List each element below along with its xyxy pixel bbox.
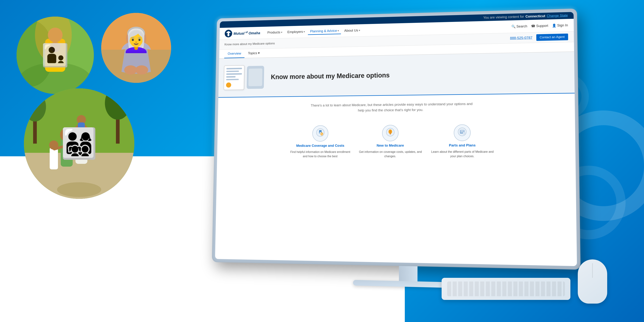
svg-rect-29: [50, 147, 58, 169]
hero-title: Know more about my Medicare options: [271, 71, 390, 81]
svg-rect-4: [45, 39, 65, 72]
mouse: [578, 259, 607, 303]
svg-point-18: [57, 182, 101, 197]
card-medicare-coverage: Rx Medicare Coverage and Costs Find help…: [288, 125, 352, 158]
nav-products[interactable]: Products ▾: [265, 29, 284, 36]
search-button[interactable]: 🔍 Search: [511, 24, 527, 29]
description-text: There's a lot to learn about Medicare, b…: [310, 101, 474, 114]
employers-chevron-icon: ▾: [304, 30, 305, 33]
svg-rect-27: [61, 138, 73, 167]
svg-point-14: [135, 65, 148, 75]
brand-name: Mutual of Omaha: [234, 31, 260, 36]
tab-overview[interactable]: Overview: [224, 49, 245, 58]
svg-rect-44: [390, 133, 391, 135]
parts-plans-icon: +: [458, 127, 467, 136]
hero-section: Know more about my Medicare options: [218, 52, 575, 98]
photo-circle-happy-family: [24, 88, 134, 199]
photo-circle-family-raincoat: [16, 17, 94, 94]
topics-chevron-icon: ▾: [258, 51, 260, 55]
svg-point-11: [126, 29, 146, 49]
svg-point-20: [24, 92, 46, 122]
cards-section: Rx Medicare Coverage and Costs Find help…: [217, 118, 576, 166]
photo-circle-3-image: [24, 88, 134, 199]
svg-point-13: [124, 65, 137, 75]
card-1-icon-wrapper: Rx: [312, 125, 328, 141]
svg-line-32: [81, 143, 90, 145]
svg-point-5: [48, 28, 62, 42]
card-1-desc: Find helpful information on Medicare enr…: [288, 150, 352, 158]
secondary-nav-right: 888-525-0787 Contact an Agent: [510, 34, 568, 42]
card-1-title[interactable]: Medicare Coverage and Costs: [296, 144, 344, 148]
nav-about-us[interactable]: About Us ▾: [342, 27, 362, 34]
svg-rect-37: [320, 132, 321, 133]
svg-point-28: [60, 128, 73, 141]
svg-text:+: +: [464, 133, 464, 134]
keyboard: [442, 278, 570, 300]
about-chevron-icon: ▾: [359, 29, 360, 32]
card-2-desc: Get information on coverage costs, updat…: [358, 150, 423, 159]
contact-agent-button[interactable]: Contact an Agent: [536, 34, 568, 41]
card-3-icon: +: [458, 127, 467, 138]
monitor-body: You are viewing content for Connecticut …: [212, 9, 580, 269]
hero-icon-group: [224, 65, 264, 90]
svg-rect-48: [460, 131, 464, 132]
svg-rect-6: [49, 50, 62, 72]
svg-rect-49: [460, 132, 463, 133]
planning-chevron-icon: ▾: [338, 29, 339, 32]
card-3-icon-wrapper: +: [454, 124, 471, 141]
card-parts-plans: + Parts and Plans Learn about the differ…: [429, 124, 496, 158]
card-1-icon: Rx: [316, 128, 325, 139]
monitor-stand-neck: [399, 266, 418, 281]
card-new-to-medicare: New to Medicare Get information on cover…: [358, 125, 423, 159]
svg-point-12: [127, 27, 145, 40]
search-icon: 🔍: [511, 25, 516, 29]
description-section: There's a lot to learn about Medicare, b…: [218, 93, 575, 121]
card-2-icon: [386, 128, 395, 138]
logo-eagle-icon: [225, 30, 232, 37]
breadcrumb: Know more about my Medicare options: [224, 42, 275, 46]
card-3-desc: Learn about the different parts of Medic…: [429, 150, 496, 159]
svg-rect-43: [390, 130, 391, 133]
sign-in-button[interactable]: 👤 Sign In: [552, 23, 568, 28]
svg-rect-26: [78, 122, 85, 133]
nav-right-actions: 🔍 Search ☎ Support 👤 Sign In: [511, 23, 568, 29]
monitor-screen: You are viewing content for Connecticut …: [215, 12, 577, 266]
card-2-icon-wrapper: [382, 125, 398, 141]
logo-text: Mutual of Omaha: [234, 31, 260, 36]
svg-rect-47: [460, 131, 464, 131]
viewing-text: You are viewing content for: [483, 15, 524, 20]
tab-topics[interactable]: Topics ▾: [244, 49, 263, 58]
change-state-link[interactable]: Change State: [547, 14, 568, 18]
photo-circle-1-image: [16, 17, 94, 94]
logo[interactable]: Mutual of Omaha: [225, 29, 260, 37]
svg-rect-9: [101, 13, 171, 50]
monitor-container: You are viewing content for Connecticut …: [211, 7, 621, 313]
support-icon: ☎: [531, 24, 535, 28]
hero-pill-icon: [226, 83, 231, 88]
state-name: Connecticut: [526, 14, 546, 19]
new-medicare-icon: [386, 128, 395, 137]
hero-document-icon: [224, 65, 244, 90]
card-2-title[interactable]: New to Medicare: [377, 143, 404, 147]
nav-planning-advice[interactable]: Planning & Advice ▾: [308, 28, 341, 35]
products-chevron-icon: ▾: [281, 31, 282, 34]
svg-rect-23: [76, 134, 88, 164]
nav-employers[interactable]: Employers ▾: [285, 29, 307, 35]
photo-circle-2-image: [101, 13, 171, 83]
svg-text:Rx: Rx: [320, 133, 323, 135]
hero-tablet-icon: [246, 66, 264, 89]
card-3-title[interactable]: Parts and Plans: [449, 143, 476, 147]
phone-number-link[interactable]: 888-525-0787: [510, 36, 532, 40]
support-button[interactable]: ☎ Support: [531, 24, 548, 28]
person-icon: 👤: [552, 23, 556, 28]
photo-circle-elderly-woman: [101, 13, 171, 83]
svg-point-7: [50, 42, 60, 52]
coverage-icon: Rx: [316, 128, 325, 137]
website-content: You are viewing content for Connecticut …: [215, 12, 577, 266]
